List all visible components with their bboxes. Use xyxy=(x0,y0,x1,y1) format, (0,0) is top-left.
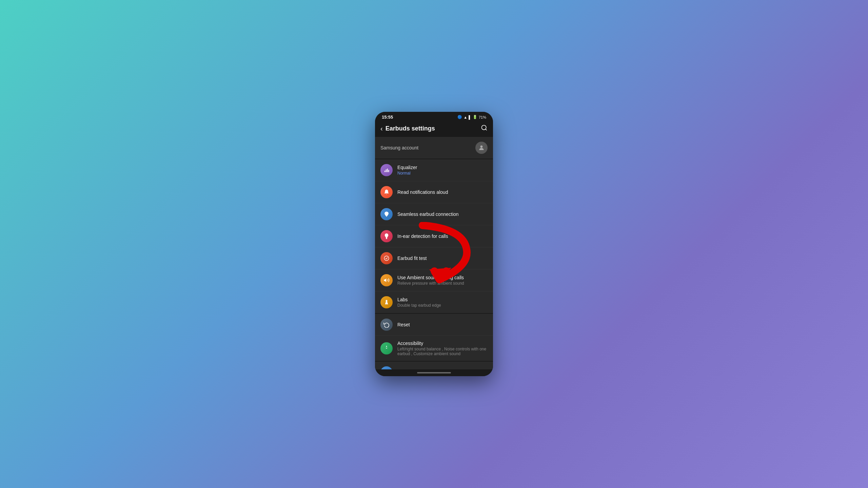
labs-icon xyxy=(380,296,393,308)
ambient-sound-calls-item[interactable]: Use Ambient sound during calls Relieve p… xyxy=(375,269,493,291)
equalizer-item[interactable]: Equalizer Normal xyxy=(375,159,493,181)
earbuds-software-update-item[interactable]: Earbuds software update xyxy=(375,362,493,369)
svg-line-1 xyxy=(486,129,487,130)
ambient-sound-calls-icon xyxy=(380,274,393,286)
accessibility-icon xyxy=(380,342,393,354)
labs-subtitle: Double tap earbud edge xyxy=(397,303,488,308)
svg-point-0 xyxy=(482,125,486,130)
bottom-nav-indicator xyxy=(375,369,493,376)
bluetooth-icon: 🔵 xyxy=(457,115,462,119)
account-label: Samsung account xyxy=(380,145,418,150)
accessibility-subtitle: Left/right sound balance , Noise control… xyxy=(397,347,488,356)
read-notifications-title: Read notifications aloud xyxy=(397,189,488,195)
svg-marker-9 xyxy=(384,279,387,282)
accessibility-item[interactable]: Accessibility Left/right sound balance ,… xyxy=(375,336,493,361)
svg-point-2 xyxy=(480,145,483,148)
equalizer-title: Equalizer xyxy=(397,165,488,170)
read-notifications-item[interactable]: Read notifications aloud xyxy=(375,181,493,203)
equalizer-icon xyxy=(380,164,393,176)
settings-group-3: Earbuds software update xyxy=(375,362,493,369)
earbud-fit-test-icon xyxy=(380,252,393,264)
earbud-fit-test-item[interactable]: Earbud fit test xyxy=(375,247,493,269)
earbuds-software-update-icon xyxy=(380,366,393,369)
header: ‹ Earbuds settings xyxy=(375,121,493,137)
wifi-icon: ▲ xyxy=(463,115,467,119)
read-notifications-text: Read notifications aloud xyxy=(397,189,488,195)
equalizer-subtitle: Normal xyxy=(397,171,488,176)
samsung-account-row[interactable]: Samsung account xyxy=(375,137,493,159)
account-avatar xyxy=(475,142,488,154)
status-bar: 15:55 🔵 ▲ ▌ 🔋 71% xyxy=(375,112,493,121)
ambient-sound-calls-title: Use Ambient sound during calls xyxy=(397,275,488,280)
svg-rect-5 xyxy=(387,169,388,172)
svg-rect-6 xyxy=(388,170,389,172)
ambient-sound-calls-text: Use Ambient sound during calls Relieve p… xyxy=(397,275,488,286)
back-button[interactable]: ‹ xyxy=(380,125,383,133)
battery-pct: 71% xyxy=(479,115,486,119)
reset-item[interactable]: Reset xyxy=(375,314,493,336)
svg-rect-3 xyxy=(384,171,385,172)
reset-icon xyxy=(380,319,393,331)
reset-text: Reset xyxy=(397,322,488,327)
signal-icon: ▌ xyxy=(469,115,471,119)
svg-point-8 xyxy=(384,256,389,261)
settings-group-1: Equalizer Normal Read notifications alou… xyxy=(375,159,493,313)
settings-group-2: Reset Accessibility Left/right sound bal… xyxy=(375,314,493,361)
accessibility-title: Accessibility xyxy=(397,341,488,346)
labs-item[interactable]: Labs Double tap earbud edge xyxy=(375,291,493,313)
seamless-connection-item[interactable]: Seamless earbud connection xyxy=(375,203,493,225)
earbud-fit-test-text: Earbud fit test xyxy=(397,256,488,261)
labs-text: Labs Double tap earbud edge xyxy=(397,297,488,308)
reset-title: Reset xyxy=(397,322,488,327)
status-time: 15:55 xyxy=(382,115,393,120)
svg-point-10 xyxy=(386,346,387,347)
page-title: Earbuds settings xyxy=(386,125,435,132)
ambient-sound-calls-subtitle: Relieve pressure with ambient sound xyxy=(397,281,488,286)
in-ear-detection-item[interactable]: In-ear detection for calls xyxy=(375,225,493,247)
header-left: ‹ Earbuds settings xyxy=(380,125,435,133)
in-ear-detection-text: In-ear detection for calls xyxy=(397,233,488,239)
in-ear-detection-title: In-ear detection for calls xyxy=(397,233,488,239)
battery-icon: 🔋 xyxy=(473,115,477,119)
read-notifications-icon xyxy=(380,186,393,198)
status-icons: 🔵 ▲ ▌ 🔋 71% xyxy=(457,115,486,119)
seamless-connection-title: Seamless earbud connection xyxy=(397,211,488,217)
scroll-content: Equalizer Normal Read notifications alou… xyxy=(375,159,493,369)
equalizer-text: Equalizer Normal xyxy=(397,165,488,176)
earbud-fit-test-title: Earbud fit test xyxy=(397,256,488,261)
accessibility-text: Accessibility Left/right sound balance ,… xyxy=(397,341,488,356)
seamless-connection-text: Seamless earbud connection xyxy=(397,211,488,217)
svg-rect-4 xyxy=(386,169,387,172)
phone-frame: 15:55 🔵 ▲ ▌ 🔋 71% ‹ Earbuds settings Sam… xyxy=(375,112,493,376)
nav-pill xyxy=(417,372,451,373)
labs-title: Labs xyxy=(397,297,488,302)
in-ear-detection-icon xyxy=(380,230,393,242)
seamless-connection-icon xyxy=(380,208,393,220)
search-button[interactable] xyxy=(481,124,488,133)
